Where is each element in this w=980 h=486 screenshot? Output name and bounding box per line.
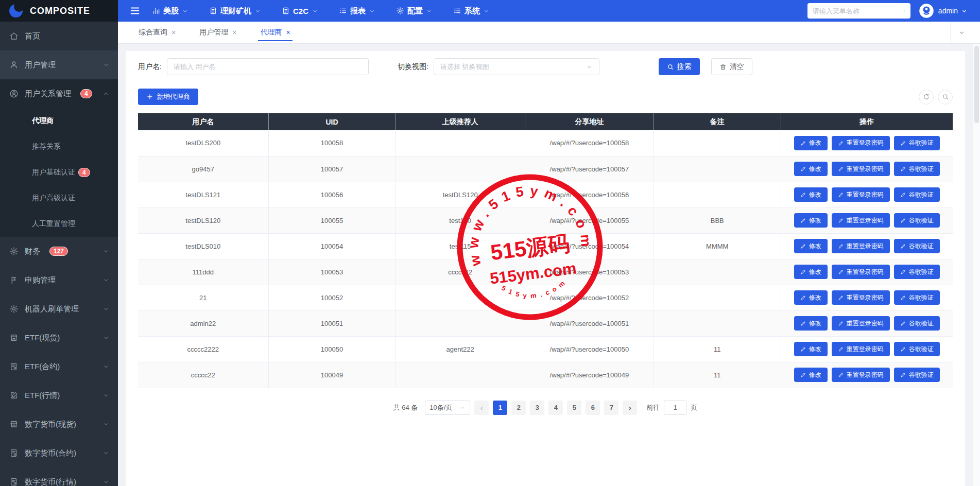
nav-item-label: 报表 [350,6,366,16]
sidebar-item-机器人刷单管理[interactable]: 机器人刷单管理 [0,294,118,323]
chev-down-icon [102,61,110,68]
action-button-谷歌验证[interactable]: 谷歌验证 [894,342,940,356]
sidebar-subitem-用户高级认证[interactable]: 用户高级认证 [0,185,118,211]
sidebar-item-用户管理[interactable]: 用户管理 [0,50,118,79]
page-button-2[interactable]: 2 [511,401,526,415]
avatar[interactable] [919,3,934,19]
action-button-谷歌验证[interactable]: 谷歌验证 [894,162,940,176]
sidebar-item-数字货币(现货)[interactable]: 数字货币(现货) [0,410,118,439]
action-button-修改[interactable]: 修改 [794,239,828,253]
action-button-谷歌验证[interactable]: 谷歌验证 [894,368,940,382]
page-button-7[interactable]: 7 [604,401,618,415]
action-button-重置登录密码[interactable]: 重置登录密码 [832,290,890,305]
action-button-重置登录密码[interactable]: 重置登录密码 [832,162,890,176]
action-button-重置登录密码[interactable]: 重置登录密码 [832,187,890,202]
nav-item-配置[interactable]: 配置 [396,6,433,16]
action-button-重置登录密码[interactable]: 重置登录密码 [832,342,890,356]
sidebar-item-申购管理[interactable]: 申购管理 [0,266,118,294]
scrollbar-thumb[interactable] [974,46,979,123]
action-button-修改[interactable]: 修改 [794,187,828,202]
pencil-icon [900,372,906,378]
sidebar-subitem-人工重置管理[interactable]: 人工重置管理 [0,211,118,237]
nav-item-理财矿机[interactable]: 理财矿机 [209,6,261,16]
action-button-谷歌验证[interactable]: 谷歌验证 [894,187,940,202]
tab-综合查询[interactable]: 综合查询× [139,22,176,43]
sidebar-subitem-推荐关系[interactable]: 推荐关系 [0,134,118,160]
page-button-3[interactable]: 3 [530,401,544,415]
menu-search-box[interactable] [807,3,910,19]
menu-search-input[interactable] [813,7,903,15]
action-button-修改[interactable]: 修改 [794,162,828,176]
remark-cell [654,182,781,207]
sidebar-item-ETF(合约)[interactable]: ETF(合约) [0,352,118,381]
action-button-重置登录密码[interactable]: 重置登录密码 [832,265,890,279]
action-button-谷歌验证[interactable]: 谷歌验证 [894,265,940,279]
sidebar-item-label: 用户关系管理 [25,89,71,99]
tab-list-dropdown[interactable] [950,22,972,43]
add-agent-button[interactable]: 新增代理商 [138,89,198,105]
scrollbar[interactable] [973,44,980,486]
username-input[interactable] [167,58,369,75]
chev-down-icon [369,8,375,14]
page-button-1[interactable]: 1 [493,401,507,415]
share-url-cell: /wap/#/?usercode=100057 [525,156,654,182]
page-size-select[interactable]: 10条/页 [425,401,470,415]
sidebar-subitem-代理商[interactable]: 代理商 [0,108,118,134]
table-row: ccccc22100049/wap/#/?usercode=10004911修改… [138,362,953,388]
sidebar-item-ETF(现货)[interactable]: ETF(现货) [0,323,118,352]
action-button-谷歌验证[interactable]: 谷歌验证 [894,290,940,305]
nav-item-报表[interactable]: 报表 [339,6,375,16]
refresh-button[interactable] [919,90,934,105]
next-page-button[interactable]: › [623,401,637,415]
sidebar-item-用户关系管理[interactable]: 用户关系管理4 [0,79,118,108]
page-button-4[interactable]: 4 [548,401,563,415]
close-icon[interactable]: × [171,28,176,37]
actions-cell: 修改重置登录密码谷歌验证 [781,156,953,182]
action-button-谷歌验证[interactable]: 谷歌验证 [894,136,940,150]
hamburger-icon[interactable] [129,5,141,16]
clear-button[interactable]: 清空 [711,58,752,75]
action-button-重置登录密码[interactable]: 重置登录密码 [832,368,890,382]
action-button-谷歌验证[interactable]: 谷歌验证 [894,316,940,331]
action-button-修改[interactable]: 修改 [794,213,828,228]
action-button-修改[interactable]: 修改 [794,342,828,356]
pencil-icon [800,166,806,172]
tab-代理商[interactable]: 代理商× [260,22,290,43]
action-button-重置登录密码[interactable]: 重置登录密码 [832,213,890,228]
nav-item-系统[interactable]: 系统 [453,6,490,16]
page-button-5[interactable]: 5 [567,401,581,415]
nav-item-美股[interactable]: 美股 [152,6,188,16]
sidebar-item-数字货币(合约)[interactable]: 数字货币(合约) [0,439,118,467]
home-icon [9,31,19,41]
sidebar-item-数字货币(行情)[interactable]: 数字货币(行情) [0,467,118,486]
prev-page-button[interactable]: ‹ [474,401,489,415]
view-select[interactable]: 请选择 切换视图 [434,58,599,75]
goto-page-input[interactable] [664,401,686,415]
action-button-修改[interactable]: 修改 [794,316,828,331]
search-button[interactable]: 搜索 [659,58,700,75]
sidebar-subitem-用户基础认证[interactable]: 用户基础认证4 [0,160,118,185]
action-button-重置登录密码[interactable]: 重置登录密码 [832,136,890,150]
action-button-修改[interactable]: 修改 [794,136,828,150]
action-button-修改[interactable]: 修改 [794,290,828,305]
page-button-6[interactable]: 6 [586,401,600,415]
sidebar-item-财务[interactable]: 财务127 [0,237,118,266]
tab-用户管理[interactable]: 用户管理× [199,22,236,43]
action-button-谷歌验证[interactable]: 谷歌验证 [894,213,940,228]
user-menu[interactable]: admin [938,7,968,15]
nav-item-C2C[interactable]: C2C [282,7,318,15]
close-icon[interactable]: × [232,28,236,37]
action-button-修改[interactable]: 修改 [794,265,828,279]
sidebar-item-首页[interactable]: 首页 [0,22,118,50]
action-button-谷歌验证[interactable]: 谷歌验证 [894,239,940,253]
action-button-重置登录密码[interactable]: 重置登录密码 [832,239,890,253]
close-icon[interactable]: × [286,28,290,37]
column-search-button[interactable] [938,90,953,105]
search-icon[interactable] [903,7,905,15]
action-button-重置登录密码[interactable]: 重置登录密码 [832,316,890,331]
main-column: 美股理财矿机C2C报表配置系统 admin 综合查询×用户管理× [118,0,980,486]
total-count: 共 64 条 [393,403,418,412]
sidebar-item-ETF(行情)[interactable]: ETF(行情) [0,381,118,410]
sidebar-subitem-label: 用户基础认证 [32,168,75,177]
action-button-修改[interactable]: 修改 [794,368,828,382]
